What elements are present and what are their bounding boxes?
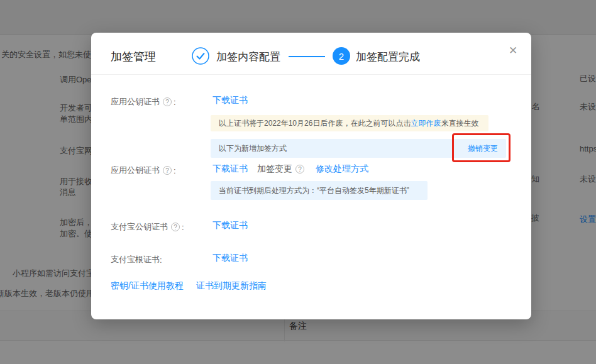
new-signing-method-text: 以下为新增加签方式 <box>219 143 287 154</box>
stepper-connector <box>289 56 325 57</box>
alipay-public-cert-label: 支付宝公钥证书?: <box>111 221 184 233</box>
signature-management-modal: 加签管理 加签内容配置 2 加签配置完成 ✕ 应用公钥证书?: 下载证书 以上证… <box>91 33 531 319</box>
app-public-cert-actions-2: 下载证书 加签变更? 修改处理方式 <box>212 163 368 175</box>
step1-check-icon <box>192 47 209 65</box>
new-signing-method-notice: 以下为新增加签方式 撤销变更 <box>211 139 506 158</box>
download-cert-link[interactable]: 下载证书 <box>212 95 248 106</box>
alipay-public-cert-actions: 下载证书 <box>212 220 248 231</box>
modify-handling-link[interactable]: 修改处理方式 <box>316 163 368 175</box>
modal-header: 加签管理 加签内容配置 2 加签配置完成 ✕ <box>91 33 531 75</box>
download-cert-link[interactable]: 下载证书 <box>212 163 248 175</box>
help-icon[interactable]: ? <box>163 97 172 106</box>
cert-expiry-warning-notice: 以上证书将于2022年10月26日后作废，在此之前可以点击立即作废来直接生效 <box>211 115 488 131</box>
cert-renewal-guide-link[interactable]: 证书到期更新指南 <box>196 280 267 292</box>
app-public-cert-actions: 下载证书 <box>212 95 248 106</box>
revoke-change-link[interactable]: 撤销变更 <box>468 143 498 154</box>
help-icon[interactable]: ? <box>171 223 180 231</box>
warning-text: 以上证书将于2022年10月26日后作废，在此之前可以点击立即作废来直接生效 <box>219 118 478 129</box>
help-icon[interactable]: ? <box>163 166 172 175</box>
app-public-cert-label-2: 应用公钥证书?: <box>111 165 176 176</box>
step2-label: 加签配置完成 <box>356 50 420 64</box>
invalidate-now-link[interactable]: 立即作废 <box>411 119 441 128</box>
download-cert-link[interactable]: 下载证书 <box>212 220 248 231</box>
step2-number-badge: 2 <box>333 47 350 65</box>
cert-expiry-handling-notice: 当前证书到期后处理方式为：“平台自动签发5年期新证书” <box>211 181 428 200</box>
key-cert-tutorial-link[interactable]: 密钥/证书使用教程 <box>111 280 184 292</box>
step1-label: 加签内容配置 <box>216 50 280 64</box>
close-icon[interactable]: ✕ <box>505 43 521 58</box>
modal-footer-links: 密钥/证书使用教程 证书到期更新指南 <box>111 280 267 292</box>
help-icon[interactable]: ? <box>295 165 304 174</box>
signing-change-label: 加签变更? <box>257 163 306 175</box>
modal-title: 加签管理 <box>111 49 156 64</box>
download-cert-link[interactable]: 下载证书 <box>212 253 248 264</box>
app-public-cert-label: 应用公钥证书?: <box>111 96 176 108</box>
alipay-root-cert-label: 支付宝根证书: <box>111 254 162 265</box>
handling-text: 当前证书到期后处理方式为：“平台自动签发5年期新证书” <box>219 185 409 196</box>
alipay-root-cert-actions: 下载证书 <box>212 253 248 264</box>
